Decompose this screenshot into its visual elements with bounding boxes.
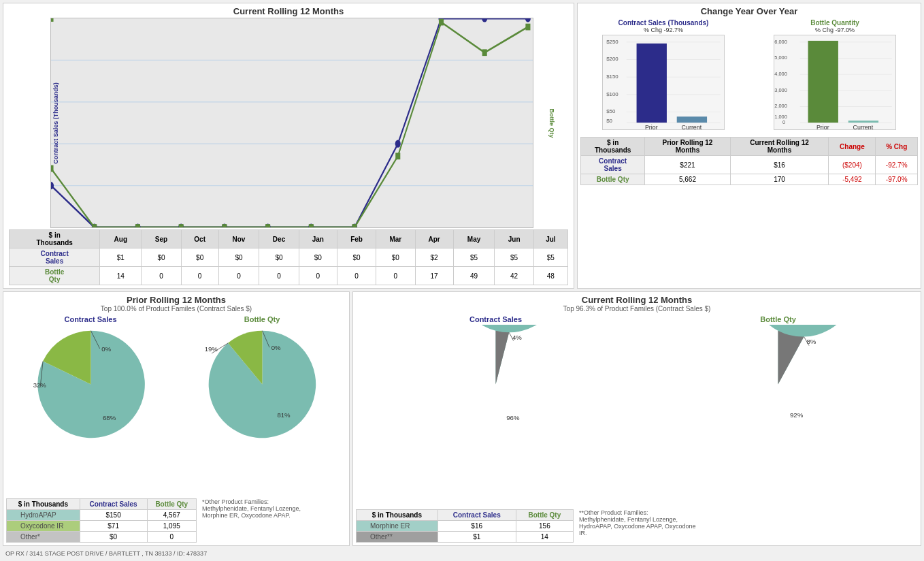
prior-hydro-bq: 4,567 — [147, 510, 196, 521]
yoy-bq-current: 170 — [730, 174, 829, 185]
col-dec: Dec — [259, 230, 299, 249]
prior-table-area: $ in Thousands Contract Sales Bottle Qty… — [6, 496, 346, 543]
col-jun: Jun — [495, 230, 533, 249]
svg-text:6,000: 6,000 — [774, 39, 787, 45]
svg-text:92%: 92% — [790, 411, 804, 419]
prior-hydro-cs: $150 — [80, 510, 147, 521]
bottle-qty-row: BottleQty 14 0 0 0 0 0 0 0 17 49 42 — [10, 267, 568, 285]
prior-col-cs: Contract Sales — [80, 499, 147, 510]
current-cs-pie-title: Contract Sales — [469, 315, 522, 323]
yoy-bq-label: Bottle Qty — [581, 174, 645, 185]
cs-mar: $0 — [376, 249, 415, 267]
svg-point-12 — [395, 140, 401, 148]
svg-rect-24 — [352, 224, 357, 228]
prior-data-table: $ in Thousands Contract Sales Bottle Qty… — [6, 498, 197, 543]
bq-mar: 0 — [376, 267, 415, 285]
prior-row-hydro: HydroAPAP $150 4,567 — [7, 510, 197, 521]
svg-rect-23 — [309, 224, 314, 228]
svg-text:$250: $250 — [606, 39, 618, 45]
svg-rect-71 — [848, 121, 878, 123]
yoy-title: Change Year Over Year — [580, 6, 918, 16]
bq-sep: 0 — [142, 267, 181, 285]
col-mar: Mar — [376, 230, 415, 249]
yoy-cs-label: ContractSales — [581, 156, 645, 174]
current-col-cs: Contract Sales — [438, 510, 516, 521]
svg-text:$100: $100 — [606, 91, 618, 97]
svg-text:$50: $50 — [606, 108, 616, 114]
table-header-label: $ inThousands — [10, 230, 100, 249]
bq-jul: 48 — [533, 267, 567, 285]
y-axis-left-label: Contract Sales (Thousands) — [52, 82, 59, 164]
svg-text:5,000: 5,000 — [774, 54, 787, 61]
current-pie-panel: Current Rolling 12 Months Top 96.3% of P… — [352, 291, 921, 546]
svg-text:0%: 0% — [271, 344, 280, 351]
svg-text:68%: 68% — [103, 414, 116, 421]
svg-text:2,000: 2,000 — [774, 103, 787, 109]
svg-rect-21 — [222, 224, 227, 228]
prior-cs-pie-title: Contract Sales — [64, 315, 116, 323]
current-col-label: $ in Thousands — [357, 510, 438, 521]
col-jan: Jan — [299, 230, 337, 249]
cs-may: $5 — [453, 249, 495, 267]
yoy-cs-row: ContractSales $221 $16 ($204) -92.7% — [581, 156, 918, 174]
svg-rect-17 — [50, 165, 54, 172]
current-cs-pie-container: Contract Sales 4% 96% — [356, 315, 636, 507]
prior-other-cs: $0 — [80, 532, 147, 543]
col-oct: Oct — [181, 230, 218, 249]
line-chart-table: $ inThousands Aug Sep Oct Nov Dec Jan Fe… — [9, 229, 568, 285]
svg-text:$0: $0 — [606, 118, 612, 124]
svg-text:Prior: Prior — [645, 124, 658, 130]
svg-rect-54 — [677, 116, 707, 123]
cs-aug: $1 — [100, 249, 142, 267]
current-other-bq: 14 — [516, 532, 573, 543]
svg-text:0: 0 — [782, 119, 785, 125]
yoy-col-label: $ inThousands — [581, 138, 645, 156]
svg-text:4%: 4% — [512, 334, 522, 341]
prior-pie-charts-row: Contract Sales 0% 32% 68% — [6, 315, 346, 496]
yoy-cs-change: ($204) — [829, 156, 876, 174]
svg-rect-19 — [135, 224, 140, 228]
current-morphine-label: Morphine ER — [357, 521, 438, 532]
current-row-morphine: Morphine ER $16 156 — [357, 521, 574, 532]
bq-nov: 0 — [218, 267, 259, 285]
line-chart-svg: $5 $4 $3 $2 $1 $0 50 40 30 20 10 0 — [50, 18, 533, 228]
svg-rect-28 — [525, 24, 530, 31]
monthly-data-table: $ inThousands Aug Sep Oct Nov Dec Jan Fe… — [9, 229, 568, 285]
col-sep: Sep — [142, 230, 181, 249]
cs-apr: $2 — [415, 249, 453, 267]
yoy-col-pct: % Chg — [876, 138, 918, 156]
bq-bar-svg: 6,000 5,000 4,000 3,000 2,000 1,000 0 — [774, 35, 896, 130]
svg-text:81%: 81% — [277, 411, 291, 419]
prior-other-label: Other* — [7, 532, 80, 543]
yoy-bar-charts: Contract Sales (Thousands) % Chg -92.7% … — [580, 19, 918, 130]
prior-col-bq: Bottle Qty — [147, 499, 196, 510]
prior-footnote: *Other Product Families:Methylphenidate,… — [202, 498, 301, 519]
line-chart-panel: Current Rolling 12 Months Contract Sales… — [3, 3, 574, 289]
current-morphine-bq: 156 — [516, 521, 573, 532]
yoy-cs-prior: $221 — [645, 156, 730, 174]
cs-sep: $0 — [142, 249, 181, 267]
current-other-cs: $1 — [438, 532, 516, 543]
current-col-bq: Bottle Qty — [516, 510, 573, 521]
svg-text:Current: Current — [853, 124, 874, 130]
bq-jun: 42 — [495, 267, 533, 285]
bq-pct: % Chg -97.0% — [815, 27, 855, 33]
prior-cs-pie-svg: 0% 32% 68% — [28, 325, 154, 444]
svg-rect-18 — [92, 224, 97, 228]
bq-dec: 0 — [259, 267, 299, 285]
bq-apr: 17 — [415, 267, 453, 285]
cs-nov: $0 — [218, 249, 259, 267]
current-other-label: Other** — [357, 532, 438, 543]
svg-rect-25 — [395, 153, 400, 159]
cs-jul: $5 — [533, 249, 567, 267]
svg-text:Current: Current — [682, 124, 702, 130]
current-table-area: $ in Thousands Contract Sales Bottle Qty… — [356, 507, 918, 543]
footer: OP RX / 3141 STAGE POST DRIVE / BARTLETT… — [3, 549, 921, 558]
current-footnote: **Other Product Families:Methylphenidate… — [579, 509, 695, 536]
bq-oct: 0 — [181, 267, 218, 285]
bq-bar-title: Bottle Quantity — [810, 19, 859, 27]
cs-feb: $0 — [337, 249, 376, 267]
svg-rect-27 — [482, 49, 487, 56]
current-row-other: Other** $1 14 — [357, 532, 574, 543]
prior-pie-title: Prior Rolling 12 Months — [6, 295, 346, 305]
